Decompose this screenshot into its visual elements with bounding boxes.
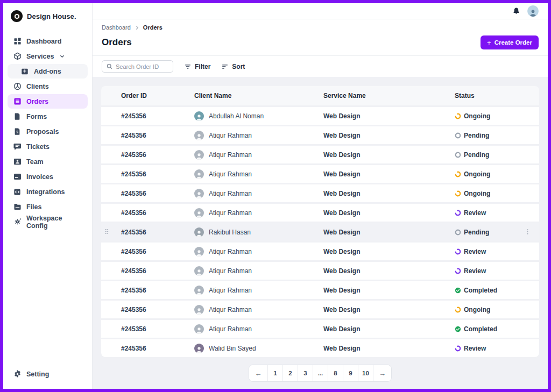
- sidebar-item-clients[interactable]: Clients: [8, 79, 88, 94]
- status-cell: Ongoing: [455, 190, 539, 197]
- sidebar-item-setting[interactable]: Setting: [8, 367, 88, 381]
- status-cell: Pending: [455, 132, 539, 139]
- app-frame: Design House. Dashboard Services Add-ons…: [0, 0, 551, 392]
- orders-icon: [13, 97, 22, 106]
- table-row[interactable]: #245356 Abdullah Al Noman Web Design Ong…: [101, 107, 539, 125]
- status-icon: [455, 190, 461, 197]
- order-id-cell: #245356: [121, 190, 194, 197]
- pagination-page-1[interactable]: 1: [267, 365, 282, 381]
- pagination-page-2[interactable]: 2: [282, 365, 298, 381]
- status-cell: Pending: [455, 151, 539, 159]
- filter-button[interactable]: Filter: [184, 63, 210, 70]
- client-avatar: [194, 324, 204, 334]
- column-header-order-id: Order ID: [121, 92, 194, 99]
- filter-icon: [184, 63, 192, 70]
- client-avatar: [194, 247, 204, 256]
- sidebar-item-forms[interactable]: Forms: [8, 109, 88, 124]
- status-icon: [455, 113, 461, 119]
- status-icon: [455, 248, 461, 255]
- client-cell: Atiqur Rahman: [194, 286, 323, 295]
- sort-button[interactable]: Sort: [221, 63, 245, 70]
- table-row[interactable]: #245356 Rakibul Hasan Web Design Pending: [101, 223, 539, 241]
- table-header: Order ID Client Name Service Name Status: [101, 86, 539, 105]
- pagination-next-arrow-icon[interactable]: →: [373, 365, 391, 381]
- sidebar-item-workspace-config[interactable]: Workspace Config: [8, 215, 88, 229]
- pagination-page-10[interactable]: 10: [358, 365, 373, 381]
- invoices-icon: [13, 173, 22, 181]
- row-menu-icon[interactable]: [527, 228, 528, 236]
- table-row[interactable]: #245356 Atiqur Rahman Web Design Complet…: [101, 281, 539, 299]
- service-name-cell: Web Design: [323, 112, 455, 120]
- sidebar-item-dashboard[interactable]: Dashboard: [8, 34, 88, 48]
- status-cell: Completed: [455, 287, 539, 294]
- sidebar-item-tickets[interactable]: Tickets: [8, 139, 88, 154]
- notification-bell-icon[interactable]: [512, 7, 520, 15]
- add-ons-icon: [20, 67, 29, 76]
- client-name: Atiqur Rahman: [209, 248, 252, 255]
- sidebar-item-integrations[interactable]: Integrations: [8, 184, 88, 199]
- order-id-cell: #245356: [121, 267, 194, 275]
- sidebar-item-add-ons[interactable]: Add-ons: [8, 64, 88, 79]
- service-name-cell: Web Design: [323, 132, 455, 139]
- forms-icon: [13, 112, 22, 121]
- table-row[interactable]: #245356 Atiqur Rahman Web Design Ongoing: [101, 184, 539, 202]
- sidebar-item-files[interactable]: Files: [8, 199, 88, 214]
- search-box[interactable]: [102, 60, 173, 73]
- status-cell: Review: [455, 345, 539, 352]
- sidebar-item-label: Add-ons: [34, 68, 61, 75]
- user-avatar[interactable]: [527, 5, 539, 17]
- table-row[interactable]: #245356 Atiqur Rahman Web Design Ongoing: [101, 301, 539, 318]
- table-row[interactable]: #245356 Atiqur Rahman Web Design Ongoing: [101, 165, 539, 183]
- table-row[interactable]: #245356 Atiqur Rahman Web Design Pending: [101, 126, 539, 144]
- client-cell: Atiqur Rahman: [194, 324, 323, 334]
- client-avatar: [194, 305, 204, 315]
- client-avatar: [194, 286, 204, 295]
- setting-icon: [13, 370, 22, 379]
- sidebar-item-label: Dashboard: [26, 38, 61, 45]
- create-order-button[interactable]: + Create Order: [481, 35, 539, 49]
- pagination-ellipsis[interactable]: ...: [313, 365, 328, 381]
- order-id-cell: #245356: [121, 132, 194, 139]
- client-name: Walid Bin Sayed: [209, 345, 256, 352]
- pagination-page-9[interactable]: 9: [343, 365, 358, 381]
- service-name-cell: Web Design: [323, 267, 455, 275]
- pagination-prev-arrow-icon[interactable]: ←: [249, 365, 267, 381]
- client-cell: Atiqur Rahman: [194, 169, 323, 179]
- sidebar-item-invoices[interactable]: Invoices: [8, 169, 88, 184]
- service-name-cell: Web Design: [323, 229, 455, 236]
- service-name-cell: Web Design: [323, 209, 455, 217]
- client-avatar: [194, 169, 204, 179]
- sidebar-item-label: Setting: [26, 370, 49, 378]
- status-label: Ongoing: [464, 112, 490, 120]
- sidebar-item-orders[interactable]: Orders: [8, 94, 88, 109]
- breadcrumb: Dashboard Orders: [102, 24, 539, 31]
- order-id-cell: #245356: [121, 325, 194, 333]
- table-row[interactable]: #245356 Atiqur Rahman Web Design Review: [101, 262, 539, 280]
- search-input[interactable]: [116, 63, 168, 70]
- status-label: Pending: [464, 151, 489, 159]
- sidebar-item-label: Services: [26, 53, 54, 60]
- table-row[interactable]: #245356 Walid Bin Sayed Web Design Revie…: [101, 339, 539, 357]
- drag-handle-icon[interactable]: [105, 229, 109, 236]
- order-id-cell: #245356: [121, 248, 194, 255]
- status-label: Review: [464, 267, 486, 275]
- breadcrumb-dashboard[interactable]: Dashboard: [102, 24, 131, 31]
- client-avatar: [194, 227, 204, 237]
- plus-icon: +: [487, 39, 491, 46]
- status-icon: [455, 345, 461, 352]
- breadcrumb-orders: Orders: [143, 24, 163, 31]
- sidebar-item-team[interactable]: Team: [8, 154, 88, 169]
- sidebar-item-services[interactable]: Services: [8, 49, 88, 63]
- pagination-page-3[interactable]: 3: [298, 365, 313, 381]
- pagination-page-8[interactable]: 8: [328, 365, 343, 381]
- sidebar-item-proposals[interactable]: Proposals: [8, 124, 88, 139]
- table-row[interactable]: #245356 Atiqur Rahman Web Design Complet…: [101, 320, 539, 338]
- sidebar: Design House. Dashboard Services Add-ons…: [3, 3, 93, 389]
- table-row[interactable]: #245356 Atiqur Rahman Web Design Pending: [101, 146, 539, 163]
- status-label: Review: [464, 248, 486, 255]
- status-label: Review: [464, 209, 486, 217]
- status-cell: Review: [455, 267, 539, 275]
- table-row[interactable]: #245356 Atiqur Rahman Web Design Review: [101, 243, 539, 260]
- client-name: Atiqur Rahman: [209, 170, 252, 178]
- table-row[interactable]: #245356 Atiqur Rahman Web Design Review: [101, 204, 539, 222]
